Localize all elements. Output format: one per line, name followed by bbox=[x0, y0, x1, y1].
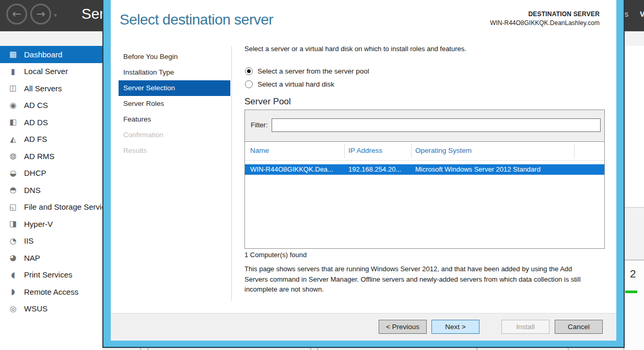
sidebar-item-ad-fs[interactable]: ◭ AD FS bbox=[0, 131, 102, 148]
previous-button[interactable]: < Previous bbox=[379, 320, 427, 334]
server-os-cell: Microsoft Windows Server 2012 Standard bbox=[415, 165, 541, 173]
nav-separator bbox=[231, 46, 232, 301]
radio-button-icon bbox=[245, 67, 253, 75]
sidebar-item-ad-rms[interactable]: ◍ AD RMS bbox=[0, 148, 102, 165]
sidebar-item-nap[interactable]: ◕ NAP bbox=[0, 249, 102, 267]
sidebar-item-local-server[interactable]: ▮ Local Server bbox=[0, 63, 102, 80]
app-title-fragment: Ser bbox=[81, 6, 104, 22]
next-button[interactable]: Next > bbox=[431, 320, 479, 334]
sidebar-item-wsus[interactable]: ◎ WSUS bbox=[0, 300, 102, 318]
nav-results: Results bbox=[119, 143, 230, 159]
sidebar-item-label: DNS bbox=[24, 186, 41, 195]
sidebar-item-label: DHCP bbox=[24, 168, 46, 177]
dhcp-icon: ◒ bbox=[8, 168, 18, 178]
nav-server-selection[interactable]: Server Selection bbox=[119, 80, 230, 96]
radio-label: Select a virtual hard disk bbox=[257, 80, 334, 88]
nav-features[interactable]: Features bbox=[119, 112, 230, 127]
ad-rms-icon: ◍ bbox=[8, 151, 18, 161]
sidebar-item-label: Dashboard bbox=[24, 50, 62, 59]
column-header-name[interactable]: Name bbox=[250, 147, 269, 154]
print-services-icon: ◖ bbox=[8, 270, 18, 280]
sidebar-item-label: AD RMS bbox=[24, 152, 54, 161]
filter-label: Filter: bbox=[251, 121, 268, 129]
server-table-header: Name IP Address Operating System bbox=[245, 142, 604, 161]
destination-server-label: DESTINATION SERVER bbox=[490, 10, 600, 18]
chevron-down-icon[interactable]: ▾ bbox=[54, 11, 57, 19]
nav-confirmation: Confirmation bbox=[119, 127, 230, 143]
all-servers-icon: ◫ bbox=[8, 83, 18, 93]
radio-label: Select a server from the server pool bbox=[257, 67, 369, 75]
sidebar-item-label: AD FS bbox=[24, 135, 47, 143]
install-button[interactable]: Install bbox=[501, 320, 549, 334]
sidebar-item-iis[interactable]: ◔ IIS bbox=[0, 233, 102, 250]
sidebar-item-label: AD CS bbox=[24, 101, 48, 110]
tile-count: 2 bbox=[630, 268, 636, 280]
column-header-os[interactable]: Operating System bbox=[415, 147, 472, 154]
cancel-button[interactable]: Cancel bbox=[555, 320, 603, 334]
sidebar-item-label: IIS bbox=[24, 236, 33, 245]
nav-server-roles[interactable]: Server Roles bbox=[119, 96, 230, 112]
dashboard-icon: ▦ bbox=[8, 50, 18, 59]
ad-fs-icon: ◭ bbox=[8, 135, 18, 144]
sidebar-item-hyper-v[interactable]: ◨ Hyper-V bbox=[0, 215, 102, 233]
wizard-nav: Before You Begin Installation Type Serve… bbox=[119, 49, 230, 159]
screen: ← → ▾ Ser s V ▦ Dashboard ▮ Local Server… bbox=[0, 0, 644, 350]
wsus-icon: ◎ bbox=[8, 304, 18, 313]
nap-icon: ◕ bbox=[8, 253, 18, 262]
server-manager-sidebar: ▦ Dashboard ▮ Local Server ◫ All Servers… bbox=[0, 46, 102, 350]
sidebar-item-ad-cs[interactable]: ◉ AD CS bbox=[0, 97, 102, 114]
sidebar-item-label: File and Storage Services bbox=[24, 202, 102, 211]
ad-ds-icon: ◧ bbox=[8, 117, 18, 127]
menu-fragment-view[interactable]: V bbox=[640, 10, 644, 18]
destination-server-name: WIN-R44O8GIKKQK.DeanLashley.com bbox=[490, 19, 600, 27]
radio-button-icon bbox=[245, 80, 253, 88]
sidebar-item-dashboard[interactable]: ▦ Dashboard bbox=[0, 46, 102, 63]
back-icon[interactable]: ← bbox=[6, 4, 27, 25]
server-ip-cell: 192.168.254.20... bbox=[348, 165, 401, 173]
sidebar-item-label: NAP bbox=[24, 254, 40, 262]
remote-access-icon: ◗ bbox=[8, 287, 18, 296]
sidebar-item-dns[interactable]: ◓ DNS bbox=[0, 182, 102, 199]
sidebar-item-print-services[interactable]: ◖ Print Services bbox=[0, 267, 102, 284]
sidebar-item-label: AD DS bbox=[24, 118, 48, 127]
server-pool-heading: Server Pool bbox=[244, 96, 291, 107]
sidebar-item-label: All Servers bbox=[24, 84, 62, 93]
wizard-footer: < Previous Next > Install Cancel bbox=[111, 313, 616, 341]
add-roles-wizard-dialog: Select destination server DESTINATION SE… bbox=[102, 0, 625, 348]
column-header-ip[interactable]: IP Address bbox=[348, 147, 382, 154]
dashboard-role-tile[interactable]: 2 bbox=[624, 260, 644, 350]
server-table-body: WIN-R44O8GIKKQK.Dea... 192.168.254.20...… bbox=[245, 161, 604, 248]
sidebar-item-dhcp[interactable]: ◒ DHCP bbox=[0, 165, 102, 182]
column-separator bbox=[574, 143, 575, 158]
tile-status-bar bbox=[625, 291, 637, 293]
ad-cs-icon: ◉ bbox=[8, 101, 18, 110]
filter-strip: Filter: bbox=[245, 110, 604, 142]
nav-before-you-begin[interactable]: Before You Begin bbox=[119, 49, 230, 65]
column-separator bbox=[411, 143, 412, 158]
page-title: Select destination server bbox=[120, 11, 273, 28]
sidebar-item-label: WSUS bbox=[24, 304, 48, 313]
forward-icon[interactable]: → bbox=[30, 4, 51, 25]
sidebar-item-ad-ds[interactable]: ◧ AD DS bbox=[0, 114, 102, 131]
destination-server-header: DESTINATION SERVER WIN-R44O8GIKKQK.DeanL… bbox=[490, 10, 600, 27]
sidebar-item-label: Local Server bbox=[24, 67, 68, 76]
server-row[interactable]: WIN-R44O8GIKKQK.Dea... 192.168.254.20...… bbox=[245, 164, 604, 175]
dns-icon: ◓ bbox=[8, 185, 18, 195]
server-pool-panel: Filter: Name IP Address Operating System… bbox=[244, 110, 605, 249]
radio-select-vhd[interactable]: Select a virtual hard disk bbox=[245, 80, 334, 88]
intro-text: Select a server or a virtual hard disk o… bbox=[244, 45, 466, 53]
computers-found-text: 1 Computer(s) found bbox=[244, 251, 307, 259]
server-name-cell: WIN-R44O8GIKKQK.Dea... bbox=[250, 165, 333, 173]
nav-installation-type[interactable]: Installation Type bbox=[119, 65, 230, 80]
sidebar-item-remote-access[interactable]: ◗ Remote Access bbox=[0, 283, 102, 300]
sidebar-item-file-storage[interactable]: ◱ File and Storage Services bbox=[0, 199, 102, 216]
menu-fragment-tools[interactable]: s bbox=[625, 10, 628, 18]
sidebar-item-label: Remote Access bbox=[24, 287, 78, 296]
column-separator bbox=[344, 143, 345, 158]
radio-select-server-pool[interactable]: Select a server from the server pool bbox=[245, 67, 369, 75]
page-description: This page shows servers that are running… bbox=[244, 264, 593, 295]
sidebar-item-all-servers[interactable]: ◫ All Servers bbox=[0, 80, 102, 97]
local-server-icon: ▮ bbox=[8, 67, 18, 76]
file-storage-icon: ◱ bbox=[8, 202, 18, 212]
filter-input[interactable] bbox=[272, 118, 601, 132]
